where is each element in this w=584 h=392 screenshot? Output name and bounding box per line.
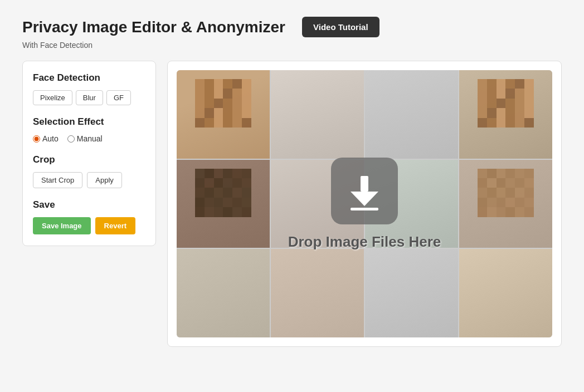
save-button-group: Save Image Revert (33, 217, 145, 234)
blur-button[interactable]: Blur (76, 90, 103, 105)
mosaic-face-0 (195, 79, 251, 128)
radio-manual-text: Manual (77, 134, 103, 143)
radio-auto-text: Auto (42, 134, 59, 143)
photo-cell-0 (177, 70, 270, 159)
canvas-area[interactable]: Drop Image Files Here (167, 61, 562, 347)
subtitle: With Face Detection (22, 41, 562, 50)
mosaic-face-4 (195, 169, 251, 217)
gf-button[interactable]: GF (106, 90, 131, 105)
mosaic-face-7 (478, 169, 533, 217)
mosaic-face-3 (478, 79, 533, 128)
apply-button[interactable]: Apply (87, 172, 122, 188)
photo-cell-11 (459, 249, 552, 337)
radio-manual[interactable] (67, 135, 75, 143)
save-image-button[interactable]: Save Image (33, 217, 91, 234)
video-tutorial-button[interactable]: Video Tutorial (302, 17, 379, 37)
drop-icon-box (331, 158, 398, 224)
pixelize-button[interactable]: Pixelize (33, 90, 72, 105)
sidebar: Face Detection Pixelize Blur GF Selectio… (22, 61, 156, 246)
face-detection-title: Face Detection (33, 72, 145, 84)
photo-cell-1 (271, 70, 364, 159)
crop-title: Crop (33, 154, 145, 165)
photo-cell-3 (459, 70, 552, 159)
effect-button-group: Pixelize Blur GF (33, 90, 145, 105)
drop-overlay: Drop Image Files Here (288, 158, 441, 251)
radio-manual-label[interactable]: Manual (67, 134, 103, 143)
photo-cell-9 (271, 249, 364, 337)
main-layout: Face Detection Pixelize Blur GF Selectio… (22, 61, 562, 347)
radio-auto-label[interactable]: Auto (33, 134, 59, 143)
svg-marker-1 (351, 192, 378, 206)
selection-mode-group: Auto Manual (33, 134, 145, 143)
photo-cell-7 (459, 160, 552, 248)
page-title: Privacy Image Editor & Anonymizer (22, 18, 285, 36)
photo-cell-2 (365, 70, 458, 159)
svg-rect-0 (361, 176, 368, 192)
revert-button[interactable]: Revert (95, 217, 135, 234)
page-header: Privacy Image Editor & Anonymizer Video … (22, 17, 562, 37)
start-crop-button[interactable]: Start Crop (33, 172, 82, 188)
crop-button-group: Start Crop Apply (33, 172, 145, 188)
photo-cell-4 (177, 160, 270, 248)
svg-rect-2 (351, 208, 378, 210)
drop-text: Drop Image Files Here (288, 233, 441, 251)
drop-zone[interactable]: Drop Image Files Here (177, 70, 552, 337)
selection-effect-title: Selection Effect (33, 116, 145, 128)
download-icon (345, 171, 384, 210)
photo-cell-8 (177, 249, 270, 337)
photo-cell-10 (365, 249, 458, 337)
radio-auto[interactable] (33, 135, 40, 143)
save-title: Save (33, 199, 145, 210)
